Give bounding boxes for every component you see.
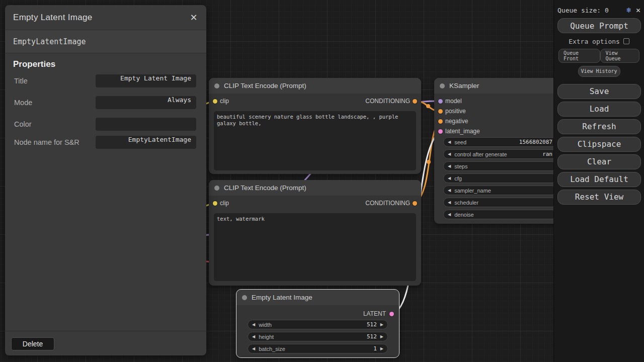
increment-arrow-icon[interactable]: ▶ <box>380 347 383 351</box>
reset-view-button[interactable]: Reset View <box>557 190 641 205</box>
decrement-arrow-icon[interactable]: ◀ <box>448 140 451 144</box>
node-ksampler[interactable]: KSampler model positive negative latent_… <box>434 78 561 224</box>
save-button[interactable]: Save <box>557 84 641 99</box>
widget-seed[interactable]: ◀ seed 1566802087 <box>443 137 557 147</box>
widget-height[interactable]: ◀ height 512 ▶ <box>248 332 388 341</box>
widget-label: height <box>259 334 274 340</box>
node-clip-text-encode-negative[interactable]: CLIP Text Encode (Prompt) clip CONDITION… <box>209 180 421 286</box>
view-history-button[interactable]: View History <box>578 66 620 77</box>
properties-heading: Properties <box>13 59 55 69</box>
prompt-text-widget[interactable]: beautiful scenery nature glass bottle la… <box>214 111 416 170</box>
decrement-arrow-icon[interactable]: ◀ <box>252 323 255 327</box>
input-slot-label: clip <box>220 200 229 207</box>
load-default-button[interactable]: Load Default <box>557 172 641 187</box>
extra-options-row: Extra options <box>557 36 640 46</box>
widget-sampler-name[interactable]: ◀ sampler_name <box>443 186 557 195</box>
snowflake-icon[interactable]: ❄ <box>626 6 631 15</box>
widget-label: width <box>259 322 272 328</box>
decrement-arrow-icon[interactable]: ◀ <box>252 335 255 339</box>
input-port-negative[interactable] <box>438 119 443 124</box>
node-title-bar[interactable]: CLIP Text Encode (Prompt) <box>209 180 421 196</box>
field-row-title: Title Empty Latent Image <box>13 74 196 87</box>
input-port-latent-image[interactable] <box>438 129 443 134</box>
queue-prompt-button[interactable]: Queue Prompt <box>557 18 641 33</box>
clear-button[interactable]: Clear <box>557 154 641 169</box>
widget-steps[interactable]: ◀ steps <box>443 161 557 171</box>
increment-arrow-icon[interactable]: ▶ <box>380 323 383 327</box>
field-label: Color <box>14 120 90 129</box>
extra-options-label: Extra options <box>569 38 620 45</box>
collapse-dot-icon[interactable] <box>214 186 219 191</box>
widget-cfg[interactable]: ◀ cfg <box>443 173 557 183</box>
widget-value: ran <box>542 151 552 157</box>
collapse-dot-icon[interactable] <box>242 295 247 300</box>
field-row-mode: Mode Always <box>13 96 196 109</box>
input-slot-label: positive <box>445 108 466 115</box>
decrement-arrow-icon[interactable]: ◀ <box>448 176 451 180</box>
widget-denoise[interactable]: ◀ denoise <box>443 210 557 219</box>
prompt-text-widget[interactable]: text, watermark <box>214 213 416 281</box>
divider <box>5 331 206 331</box>
node-title: Empty Latent Image <box>252 294 312 301</box>
delete-button[interactable]: Delete <box>11 337 54 350</box>
node-clip-text-encode-positive[interactable]: CLIP Text Encode (Prompt) clip CONDITION… <box>209 78 421 174</box>
widget-value: 512 <box>367 321 377 328</box>
clipspace-button[interactable]: Clipspace <box>557 137 641 152</box>
widget-label: seed <box>454 139 466 145</box>
field-label: Title <box>14 76 90 85</box>
node-type-label: EmptyLatentImage <box>5 30 206 53</box>
widget-scheduler[interactable]: ◀ scheduler <box>443 198 557 207</box>
decrement-arrow-icon[interactable]: ◀ <box>252 347 255 351</box>
input-port-clip[interactable] <box>213 99 217 104</box>
node-title: CLIP Text Encode (Prompt) <box>224 82 306 89</box>
output-port-conditioning[interactable] <box>413 99 417 104</box>
widget-batch-size[interactable]: ◀ batch_size 1 ▶ <box>248 344 388 353</box>
close-icon[interactable]: ✕ <box>187 11 200 24</box>
field-label: Mode <box>14 98 90 107</box>
node-title-bar[interactable]: KSampler <box>434 78 561 94</box>
output-slot-label: LATENT <box>363 310 386 317</box>
node-empty-latent-image[interactable]: Empty Latent Image LATENT ◀ width 512 ▶ … <box>236 290 399 357</box>
field-row-color: Color <box>13 118 196 131</box>
node-name-field[interactable]: EmptyLatentImage <box>96 136 196 149</box>
output-port-latent[interactable] <box>389 312 394 316</box>
input-slot-label: clip <box>220 98 229 105</box>
mode-field[interactable]: Always <box>96 96 196 109</box>
node-title-bar[interactable]: Empty Latent Image <box>236 290 399 305</box>
field-row-node-name: Node name for S&R EmptyLatentImage <box>13 136 196 156</box>
collapse-dot-icon[interactable] <box>440 83 445 88</box>
color-field[interactable] <box>96 118 196 131</box>
decrement-arrow-icon[interactable]: ◀ <box>448 189 451 193</box>
input-port-model[interactable] <box>438 99 443 104</box>
node-title: KSampler <box>449 82 479 89</box>
view-queue-button[interactable]: View Queue <box>600 49 639 63</box>
load-button[interactable]: Load <box>557 102 641 117</box>
collapse-dot-icon[interactable] <box>214 83 219 88</box>
decrement-arrow-icon[interactable]: ◀ <box>448 152 451 156</box>
dialog-header: Empty Latent Image ✕ <box>5 5 206 30</box>
main-menu-panel: Queue size: 0 ❄ ✕ Queue Prompt Extra opt… <box>553 0 644 362</box>
input-slot-label: negative <box>445 118 468 125</box>
queue-front-button[interactable]: Queue Front <box>558 49 600 63</box>
input-port-positive[interactable] <box>438 109 443 114</box>
output-port-conditioning[interactable] <box>413 201 417 206</box>
increment-arrow-icon[interactable]: ▶ <box>380 335 383 339</box>
widget-width[interactable]: ◀ width 512 ▶ <box>248 320 388 329</box>
decrement-arrow-icon[interactable]: ◀ <box>448 213 451 217</box>
widget-label: denoise <box>454 212 474 218</box>
node-title: CLIP Text Encode (Prompt) <box>224 184 306 192</box>
input-port-clip[interactable] <box>213 201 217 206</box>
node-title-bar[interactable]: CLIP Text Encode (Prompt) <box>209 78 421 94</box>
widget-control-after-generate[interactable]: ◀ control after generate ran <box>443 149 557 159</box>
widget-label: steps <box>454 163 467 169</box>
refresh-button[interactable]: Refresh <box>557 119 641 134</box>
widget-value: 512 <box>367 333 377 340</box>
close-icon[interactable]: ✕ <box>636 6 640 15</box>
comfyui-app: CLIP Text Encode (Prompt) clip CONDITION… <box>0 0 644 362</box>
decrement-arrow-icon[interactable]: ◀ <box>448 201 451 205</box>
output-slot-label: CONDITIONING <box>365 200 410 207</box>
decrement-arrow-icon[interactable]: ◀ <box>448 164 451 168</box>
node-properties-dialog: Empty Latent Image ✕ EmptyLatentImage Pr… <box>5 5 206 355</box>
title-field[interactable]: Empty Latent Image <box>96 74 196 87</box>
extra-options-checkbox[interactable] <box>623 38 629 44</box>
